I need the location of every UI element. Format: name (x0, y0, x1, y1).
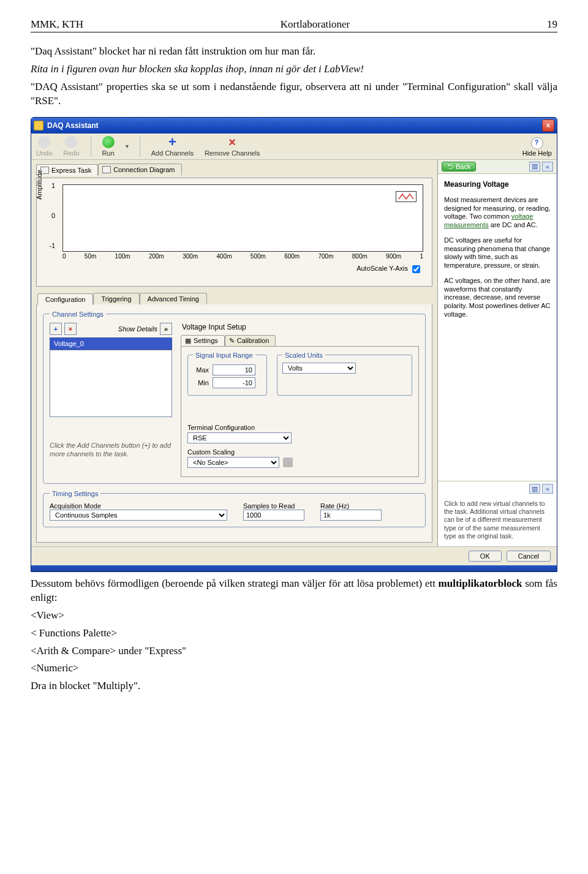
path-arith-compare: <Arith & Compare> under "Express" (31, 644, 557, 658)
tab-configuration[interactable]: Configuration (37, 293, 93, 305)
intro-p2: Rita in i figuren ovan hur blocken ska k… (31, 62, 557, 77)
autoscale-checkbox[interactable] (412, 265, 420, 273)
autoscale-row: AutoScale Y-Axis (42, 263, 422, 275)
help-p1: Most measurement devices are designed fo… (444, 196, 551, 230)
remove-channels-button[interactable]: × Remove Channels (205, 136, 260, 157)
help-body: Measuring Voltage Most measurement devic… (438, 174, 557, 481)
header-right: 19 (547, 18, 557, 31)
ytick: -1 (49, 242, 55, 249)
min-input[interactable] (213, 377, 255, 388)
help-back-label: Back (456, 163, 470, 170)
header-left: MMK, KTH (31, 18, 83, 31)
add-channel-button[interactable]: + (50, 323, 62, 335)
connection-diagram-icon (102, 166, 111, 173)
legend-swatch[interactable] (396, 191, 417, 202)
samples-label: Samples to Read (243, 502, 304, 510)
xtick: 700m (318, 253, 333, 260)
ytick: 1 (51, 182, 55, 189)
add-channels-button[interactable]: + Add Channels (151, 136, 194, 157)
scaled-units-fieldset: Scaled Units Volts (277, 352, 412, 396)
custom-scaling-select[interactable]: <No Scale> (187, 457, 279, 468)
help-tool-icon[interactable]: ▥ (529, 162, 540, 171)
undo-icon (38, 136, 50, 148)
tab-express-label: Express Task (51, 167, 91, 174)
scaled-units-select[interactable]: Volts (282, 363, 356, 374)
y-ticks: 1 0 -1 (45, 182, 55, 249)
autoscale-label: AutoScale Y-Axis (356, 265, 408, 272)
tab-express-task[interactable]: Express Task (36, 164, 98, 176)
xtick: 0 (62, 253, 66, 260)
timing-settings-fieldset: Timing Settings Acquisition Mode Continu… (43, 490, 426, 527)
cancel-button[interactable]: Cancel (507, 551, 551, 562)
xtick: 300m (183, 253, 198, 260)
rate-input[interactable] (320, 510, 382, 521)
tab-triggering[interactable]: Triggering (93, 293, 139, 304)
help-p2: DC voltages are useful for measuring phe… (444, 236, 551, 270)
channel-list-panel: + × Show Details » Voltage_0 Click the A… (50, 323, 172, 477)
channel-settings-legend: Channel Settings (50, 311, 106, 318)
path-numeric: <Numeric> (31, 661, 557, 676)
ok-button[interactable]: OK (469, 551, 502, 562)
line-icon (398, 193, 415, 200)
help-collapse-icon[interactable]: « (542, 162, 553, 171)
xtick: 50m (85, 253, 96, 260)
hide-help-button[interactable]: Hide Help (522, 137, 552, 157)
hide-help-label: Hide Help (522, 149, 552, 157)
bold-word: multiplikatorblock (439, 578, 522, 589)
channel-item-selected[interactable]: Voltage_0 (50, 337, 172, 350)
subtab-calibration[interactable]: ✎ Calibration (225, 335, 276, 346)
subtab-calibration-label: Calibration (237, 337, 270, 344)
subtab-settings-label: Settings (194, 337, 218, 344)
app-icon (34, 121, 43, 130)
intro-text: "Daq Assistant" blocket har ni redan fåt… (31, 45, 557, 108)
y-axis-label: Amplitude (36, 170, 43, 200)
remove-channels-label: Remove Channels (205, 149, 260, 157)
ytick: 0 (51, 212, 55, 219)
help-pane: ⮌ Back ▥ « Measuring Voltage Most measur… (437, 160, 557, 546)
path-view: <View> (31, 609, 557, 623)
max-label: Max (193, 366, 209, 374)
max-input[interactable] (213, 364, 255, 375)
toolbar-separator2 (140, 136, 140, 157)
acq-mode-select[interactable]: Continuous Samples (50, 510, 227, 521)
remove-channel-button[interactable]: × (64, 323, 77, 335)
tab-advanced-timing[interactable]: Advanced Timing (140, 293, 207, 304)
help-collapse2-icon[interactable]: « (542, 484, 553, 494)
intro-p1: "Daq Assistant" blocket har ni redan fåt… (31, 45, 557, 59)
terminal-config-label: Terminal Configuration (187, 424, 412, 431)
daq-assistant-window: DAQ Assistant × Undo Redo Run ▾ (31, 117, 557, 572)
samples-input[interactable] (243, 510, 304, 521)
page-header: MMK, KTH Kortlaborationer 19 (31, 18, 557, 32)
help-p3: AC voltages, on the other hand, are wave… (444, 277, 551, 319)
subtab-settings[interactable]: ▦ Settings (181, 335, 225, 346)
wrench-icon[interactable] (283, 458, 293, 467)
window-titlebar[interactable]: DAQ Assistant × (31, 118, 557, 134)
show-details-label: Show Details (79, 325, 157, 333)
plus-icon: + (166, 136, 178, 148)
help-tool2-icon[interactable]: ▥ (529, 484, 540, 494)
help-back-button[interactable]: ⮌ Back (442, 162, 476, 171)
run-dropdown-caret-icon[interactable]: ▾ (126, 143, 129, 149)
show-details-button[interactable]: » (160, 323, 172, 335)
terminal-config-select[interactable]: RSE (187, 432, 292, 443)
help-icon (531, 137, 543, 149)
plot-area (62, 184, 423, 252)
path-functions-palette: < Functions Palette> (31, 627, 557, 641)
run-label: Run (102, 149, 115, 157)
xtick: 100m (115, 253, 130, 260)
drag-instruction: Dra in blocket "Multiply". (31, 679, 557, 693)
channel-list-box[interactable] (50, 350, 172, 417)
close-button[interactable]: × (542, 119, 554, 132)
help-note: Click to add new virtual channels to the… (438, 496, 557, 546)
settings-icon: ▦ (185, 337, 191, 345)
redo-button[interactable]: Redo (63, 136, 79, 157)
after-p1: Dessutom behövs förmodligen (beroende på… (31, 577, 557, 605)
run-button[interactable]: Run (102, 136, 115, 157)
xtick: 900m (386, 253, 401, 260)
tab-connection-diagram[interactable]: Connection Diagram (98, 164, 181, 175)
min-label: Min (193, 379, 209, 386)
undo-button[interactable]: Undo (36, 136, 52, 157)
add-channels-hint: Click the Add Channels button (+) to add… (50, 442, 172, 459)
graph-panel: Amplitude 1 0 -1 0 (36, 178, 432, 287)
back-arrow-icon: ⮌ (447, 163, 454, 170)
